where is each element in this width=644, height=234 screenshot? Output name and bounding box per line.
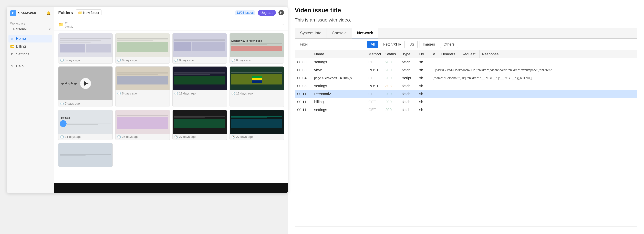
network-row-6[interactable]: 00:11 billing GET 200 fetch sh <box>295 98 637 106</box>
row1-method: GET <box>366 58 383 66</box>
grid-item-footer-8: 🕐 11 days ago <box>230 90 284 97</box>
folder-add-icon: 📁 <box>78 11 82 15</box>
billing-label: Billing <box>16 44 26 48</box>
grid-item-3[interactable]: 🕐 8 days ago <box>172 33 227 64</box>
grid-item-1[interactable]: 🕐 5 days ago <box>58 33 113 64</box>
grid-item-time-7: 11 days ago <box>179 92 196 95</box>
row3-response: ["name","Personal2","d"],"children","__P… <box>430 75 637 82</box>
folder-row: 📁 π 0 trials ⋯ <box>54 19 288 30</box>
grid-item-time-8: 11 days ago <box>236 92 253 95</box>
row2-type: fetch <box>400 66 417 74</box>
tab-network[interactable]: Network <box>352 28 378 38</box>
issue-title: Video issue title <box>295 7 637 14</box>
row1-doc: sh <box>417 58 430 66</box>
header-name: Name <box>312 50 366 58</box>
filter-all-button[interactable]: All <box>368 41 378 48</box>
row2-method: POST <box>366 66 383 74</box>
row5-name: Personal2 <box>312 90 366 98</box>
workspace-label: Workspace <box>7 20 54 26</box>
filter-fetch-button[interactable]: Fetch/XHR <box>380 41 405 48</box>
row5-type: fetch <box>400 90 417 98</box>
clock-icon-7: 🕐 <box>174 92 178 95</box>
tab-system-info[interactable]: System Info <box>295 28 327 38</box>
filter-js-button[interactable]: JS <box>407 41 418 48</box>
row6-response <box>430 100 637 104</box>
clock-icon-3: 🕐 <box>174 58 178 62</box>
grid-item-8[interactable]: 🕐 11 days ago <box>230 66 284 107</box>
sidebar-item-home[interactable]: ⊞ Home <box>8 35 52 42</box>
sidebar-item-help[interactable]: ? Help <box>7 62 54 70</box>
clock-icon-11: 🕐 <box>174 135 178 139</box>
chevron-icon: ▾ <box>49 27 51 31</box>
main-content: Folders 📁 New folder 13/25 issues Upgrad… <box>54 7 288 193</box>
header-close[interactable]: × <box>430 50 439 58</box>
network-row-7[interactable]: 00:11 settings GET 200 fetch sh <box>295 106 637 114</box>
grid-container: 🕐 5 days ago 🕐 <box>54 30 288 183</box>
grid-item-time-12: 27 days ago <box>236 135 253 139</box>
grid-item-9[interactable]: jdiv/mise 🕐 <box>58 110 113 140</box>
row7-method: GET <box>366 106 383 114</box>
clock-icon-8: 🕐 <box>232 92 235 95</box>
filter-images-button[interactable]: Images <box>420 41 438 48</box>
network-table-header: Name Method Status Type Do × Headers Req… <box>295 50 637 58</box>
grid-item-6[interactable]: 🕐 8 days ago <box>115 66 170 107</box>
clock-icon-12: 🕐 <box>232 135 235 139</box>
grid-item-footer-4: 🕐 6 days ago <box>230 57 284 64</box>
filter-others-button[interactable]: Others <box>440 41 458 48</box>
grid-item-2[interactable]: 🕐 6 days ago <box>115 33 170 64</box>
tab-console[interactable]: Console <box>327 28 352 38</box>
header-request[interactable]: Request <box>459 50 480 58</box>
network-row-4[interactable]: 00:08 settings POST 303 fetch sh <box>295 82 637 90</box>
grid-item-11[interactable]: 🕐 27 days ago <box>172 110 227 140</box>
header-type: Type <box>400 50 417 58</box>
devtools-resizer[interactable]: ⋯ <box>295 226 637 227</box>
network-row-1[interactable]: 00:03 settings GET 200 fetch sh <box>295 58 637 66</box>
filter-input[interactable] <box>298 41 365 48</box>
sidebar-item-billing[interactable]: 💳 Billing <box>7 42 54 50</box>
issue-description: This is an issue with video. <box>295 17 637 23</box>
grid-item-time-9: 11 days ago <box>65 135 82 139</box>
play-button[interactable] <box>80 78 91 89</box>
row3-method: GET <box>366 74 383 82</box>
app-sidebar: C ShareWeb 🔔 Workspace ↑ Personal ▾ ⊞ Ho… <box>7 7 54 193</box>
row2-doc: sh <box>417 66 430 74</box>
row7-status: 200 <box>383 106 400 114</box>
grid-item-footer-11: 🕐 27 days ago <box>172 134 227 140</box>
row6-type: fetch <box>400 98 417 106</box>
grid-item-4[interactable]: A better way to report bugs 🕐 6 days ago <box>230 33 284 64</box>
grid-item-footer-2: 🕐 6 days ago <box>116 57 170 64</box>
grid-item-time-6: 8 days ago <box>122 92 137 95</box>
main-header: Folders 📁 New folder 13/25 issues Upgrad… <box>54 7 288 19</box>
upgrade-button[interactable]: Upgrade <box>258 10 276 16</box>
grid-item-12[interactable]: 🕐 27 days ago <box>230 110 284 140</box>
home-icon: ⊞ <box>10 36 14 41</box>
devtools-toolbar: All Fetch/XHR JS Images Others <box>295 38 637 50</box>
grid-item-time-1: 5 days ago <box>65 58 80 62</box>
network-row-2[interactable]: 00:03 view POST 200 fetch sh 0:["JN84YTW… <box>295 66 637 74</box>
billing-icon: 💳 <box>10 44 14 48</box>
folder-subtitle: 0 trials <box>65 25 73 28</box>
header-headers[interactable]: Headers <box>439 50 459 58</box>
grid-item-13[interactable] <box>58 143 113 167</box>
clock-icon-2: 🕐 <box>117 58 121 62</box>
clock-icon-5: 🕐 <box>60 102 64 106</box>
grid-item-time-2: 6 days ago <box>122 58 137 62</box>
header-response[interactable]: Response <box>480 50 637 58</box>
grid-item-5-large[interactable]: reporting bugs made simp 🕐 7 days ago <box>58 66 113 107</box>
clock-icon-9: 🕐 <box>60 135 64 139</box>
new-folder-button[interactable]: 📁 New folder <box>76 10 102 16</box>
network-row-3[interactable]: 00:04 page-c8cc52de936b01bb.js GET 200 s… <box>295 74 637 82</box>
grid-item-10[interactable]: 🕐 26 days ago <box>115 110 170 140</box>
app-logo: C <box>10 10 16 16</box>
bell-icon: 🔔 <box>46 11 51 15</box>
devtools-panel: System Info Console Network All Fetch/XH… <box>295 28 637 227</box>
sidebar-item-settings[interactable]: ⚙ Settings <box>7 50 54 58</box>
row1-time: 00:03 <box>295 58 312 66</box>
video-controls-bar <box>54 183 288 193</box>
row1-type: fetch <box>400 58 417 66</box>
row4-type: fetch <box>400 82 417 90</box>
user-avatar: H <box>278 10 284 16</box>
more-icon[interactable]: ⋯ <box>280 22 284 26</box>
network-row-5[interactable]: 00:11 Personal2 GET 200 fetch sh <box>295 90 637 98</box>
grid-item-7[interactable]: 🕐 11 days ago <box>172 66 227 107</box>
